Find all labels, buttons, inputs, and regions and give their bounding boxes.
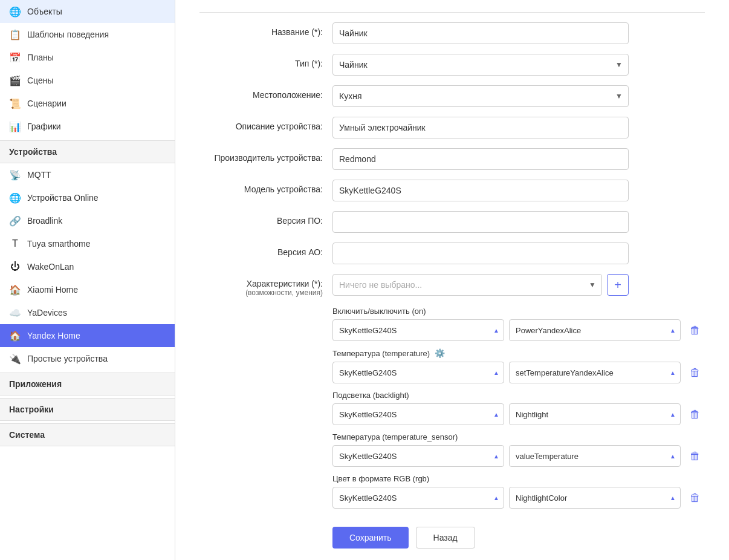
manufacturer-input[interactable] [332,148,629,170]
location-label: Местоположение: [199,85,332,100]
capability-section-cap2: Температура (temperature)⚙️SkyKettleG240… [332,348,705,383]
location-select[interactable]: Кухня [332,85,629,107]
sidebar-item-xiaomi[interactable]: 🏠Xiaomi Home [0,278,175,301]
char-controls: Ничего не выбрано... ▼ + [332,274,629,296]
location-row: Местоположение: Кухня ▼ [199,85,705,107]
sidebar-item-devices-online[interactable]: 🌐Устройства Online [0,186,175,209]
sidebar-item-simple-devices[interactable]: 🔌Простые устройства [0,347,175,370]
hardware-label: Версия АО: [199,243,332,257]
capability-label-cap2: Температура (temperature)⚙️ [332,348,705,358]
type-select[interactable]: Чайник [332,54,629,76]
capability-label-cap4: Температура (temperature_sensor) [332,432,705,441]
sidebar-label-wakeonlan: WakeOnLan [27,262,74,272]
back-button[interactable]: Назад [416,527,475,549]
location-select-wrapper: Кухня ▼ [332,85,629,107]
cap-function-select-cap2[interactable]: setTemperatureYandexAlice [509,362,681,383]
cap-device-select-cap3[interactable]: SkyKettleG240S [332,403,504,425]
form-buttons: Сохранить Назад [332,527,705,549]
delete-cap-button-cap5[interactable]: 🗑 [685,488,705,507]
type-row: Тип (*): Чайник ▼ [199,54,705,76]
capability-section-cap3: Подсветка (backlight)SkyKettleG240S▲Nigh… [332,391,705,425]
sidebar-icon-scenes: 🎬 [9,74,21,86]
sidebar-section-system-section: Система [0,423,175,446]
sidebar-item-objects[interactable]: 🌐Объекты [0,0,175,23]
cap-device-select-cap5[interactable]: SkyKettleG240S [332,487,504,509]
sidebar-item-broadlink[interactable]: 🔗Broadlink [0,209,175,232]
sidebar-icon-objects: 🌐 [9,5,21,18]
sidebar-item-wakeonlan[interactable]: ⏻WakeOnLan [0,255,175,278]
sidebar-icon-simple-devices: 🔌 [9,353,21,365]
gear-icon-cap2[interactable]: ⚙️ [435,348,445,358]
sidebar-icon-mqtt: 📡 [9,169,21,181]
description-input[interactable] [332,117,629,138]
sidebar-item-tuya[interactable]: TTuya smarthome [0,232,175,255]
hardware-input[interactable] [332,243,629,264]
capability-row-cap4: SkyKettleG240S▲valueTemperature▲🗑 [332,445,705,467]
sidebar-section-settings-section: Настройки [0,398,175,421]
sidebar-icon-wakeonlan: ⏻ [9,261,21,273]
save-button[interactable]: Сохранить [332,527,409,549]
sidebar-item-yandex-home[interactable]: 🏠Yandex Home [0,324,175,347]
delete-cap-button-cap2[interactable]: 🗑 [685,363,705,382]
capability-label-text-cap5: Цвет в формате RGB (rgb) [332,474,429,483]
capability-label-text-cap4: Температура (temperature_sensor) [332,432,458,441]
cap-function-wrap-cap4: valueTemperature▲ [509,445,681,467]
sidebar-icon-behavior-templates: 📋 [9,28,21,41]
name-label: Название (*): [199,22,332,37]
sidebar-icon-charts: 📊 [9,120,21,132]
delete-cap-button-cap4[interactable]: 🗑 [685,446,705,466]
add-char-button[interactable]: + [607,274,629,296]
description-label: Описание устройства: [199,117,332,131]
manufacturer-label: Производитель устройства: [199,148,332,163]
capabilities-area: Включить/выключить (on)SkyKettleG240S▲Po… [332,307,705,509]
cap-function-select-cap5[interactable]: NightlightColor [509,487,681,509]
sidebar-item-charts[interactable]: 📊Графики [0,115,175,138]
cap-device-select-cap1[interactable]: SkyKettleG240S [332,319,504,341]
cap-device-wrap-cap5: SkyKettleG240S▲ [332,487,504,509]
capability-section-cap4: Температура (temperature_sensor)SkyKettl… [332,432,705,467]
firmware-input[interactable] [332,211,629,233]
sidebar-label-simple-devices: Простые устройства [27,354,108,363]
name-input[interactable] [332,22,629,44]
cap-device-select-cap2[interactable]: SkyKettleG240S [332,362,504,383]
model-input[interactable] [332,180,629,201]
sidebar-label-broadlink: Broadlink [27,216,62,226]
sidebar-item-yadevices[interactable]: ☁️YaDevices [0,301,175,324]
cap-device-wrap-cap3: SkyKettleG240S▲ [332,403,504,425]
capability-label-text-cap2: Температура (temperature) [332,349,430,358]
sidebar-icon-tuya: T [9,238,21,250]
model-label: Модель устройства: [199,180,332,194]
char-select-wrapper: Ничего не выбрано... ▼ [332,274,602,296]
delete-cap-button-cap3[interactable]: 🗑 [685,405,705,424]
char-select[interactable]: Ничего не выбрано... [332,274,602,296]
sidebar-item-scenes[interactable]: 🎬Сцены [0,69,175,92]
capability-row-cap3: SkyKettleG240S▲Nightlight▲🗑 [332,403,705,425]
model-row: Модель устройства: [199,180,705,201]
sidebar-item-behavior-templates[interactable]: 📋Шаблоны поведения [0,23,175,46]
sidebar-icon-xiaomi: 🏠 [9,284,21,296]
cap-function-select-cap1[interactable]: PowerYandexAlice [509,319,681,341]
sidebar-item-mqtt[interactable]: 📡MQTT [0,163,175,186]
hardware-row: Версия АО: [199,243,705,264]
delete-cap-button-cap1[interactable]: 🗑 [685,321,705,340]
type-label: Тип (*): [199,54,332,68]
sidebar-item-scenarios[interactable]: 📜Сценарии [0,92,175,115]
sidebar-label-devices-online: Устройства Online [27,193,99,203]
manufacturer-row: Производитель устройства: [199,148,705,170]
sidebar-section-devices-section: Устройства [0,140,175,163]
sidebar-icon-yandex-home: 🏠 [9,330,21,342]
cap-function-select-cap4[interactable]: valueTemperature [509,445,681,467]
sidebar-label-plans: Планы [27,53,54,62]
capability-section-cap5: Цвет в формате RGB (rgb)SkyKettleG240S▲N… [332,474,705,509]
sidebar-label-tuya: Tuya smarthome [27,239,91,249]
firmware-row: Версия ПО: [199,211,705,233]
sidebar-icon-plans: 📅 [9,51,21,63]
name-row: Название (*): [199,22,705,44]
cap-device-select-cap4[interactable]: SkyKettleG240S [332,445,504,467]
sidebar-label-xiaomi: Xiaomi Home [27,285,78,295]
cap-function-wrap-cap2: setTemperatureYandexAlice▲ [509,362,681,383]
sidebar-item-plans[interactable]: 📅Планы [0,46,175,69]
capability-row-cap1: SkyKettleG240S▲PowerYandexAlice▲🗑 [332,319,705,341]
description-row: Описание устройства: [199,117,705,138]
cap-function-select-cap3[interactable]: Nightlight [509,403,681,425]
